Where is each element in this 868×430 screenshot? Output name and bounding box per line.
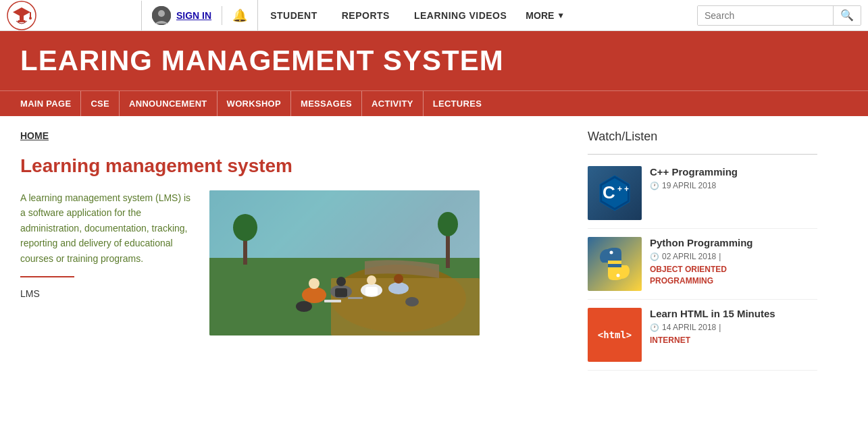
html-thumbnail: <html> <box>588 308 642 362</box>
campus-image <box>209 190 480 335</box>
sec-nav-workshop[interactable]: WORKSHOP <box>218 91 291 117</box>
svg-rect-20 <box>365 287 378 296</box>
divider-line <box>20 276 74 277</box>
logo-icon <box>7 1 36 30</box>
clock-icon-python: 🕐 <box>650 252 659 261</box>
html-badge: <html> <box>598 329 632 340</box>
page-heading: Learning management system <box>20 155 574 177</box>
breadcrumb: HOME <box>20 130 574 142</box>
sign-in-link[interactable]: SIGN IN <box>176 10 211 21</box>
sign-in-area: SIGN IN <box>142 6 222 25</box>
svg-rect-14 <box>307 290 321 300</box>
sec-nav-announcement[interactable]: ANNOUNCEMENT <box>120 91 218 117</box>
chevron-down-icon: ▼ <box>557 11 565 20</box>
svg-rect-24 <box>324 300 341 302</box>
content-body: A learning management system (LMS) is a … <box>20 190 574 335</box>
main-nav-links: STUDENT REPORTS LEARNING VIDEOS MORE ▼ <box>258 0 697 31</box>
nav-student[interactable]: STUDENT <box>258 0 330 31</box>
bell-area[interactable]: 🔔 <box>222 0 258 30</box>
content-area: HOME Learning management system A learni… <box>0 116 868 384</box>
description-text: A learning management system (LMS) is a … <box>20 190 196 266</box>
sec-nav-lectures[interactable]: LECTURES <box>424 91 491 117</box>
search-input[interactable] <box>698 6 833 25</box>
secondary-navigation: MAIN PAGE CSE ANNOUNCEMENT WORKSHOP MESS… <box>0 90 868 116</box>
cpp-title: C++ Programming <box>650 166 817 178</box>
clock-icon-cpp: 🕐 <box>650 182 659 190</box>
svg-point-19 <box>367 275 376 285</box>
svg-point-38 <box>610 251 613 254</box>
svg-point-31 <box>405 297 419 306</box>
logo-area <box>7 1 142 30</box>
sec-nav-cse[interactable]: CSE <box>81 91 120 117</box>
watch-listen-title: Watch/Listen <box>588 130 817 144</box>
svg-text:C: C <box>603 182 615 203</box>
svg-point-13 <box>309 278 320 289</box>
sidebar-divider <box>588 154 817 155</box>
svg-rect-25 <box>348 297 363 299</box>
html-date: 🕐 14 APRIL 2018 | <box>650 323 817 332</box>
top-navigation: SIGN IN 🔔 STUDENT REPORTS LEARNING VIDEO… <box>0 0 868 31</box>
cpp-thumbnail: C + + <box>588 166 642 220</box>
search-area: 🔍 <box>697 5 861 26</box>
python-info: Python Programming 🕐 02 APRIL 2018 | OBJ… <box>650 237 817 287</box>
python-date: 🕐 02 APRIL 2018 | <box>650 252 817 261</box>
svg-point-16 <box>336 277 346 286</box>
sec-nav-activity[interactable]: ACTIVITY <box>362 91 424 117</box>
html-title: Learn HTML in 15 Minutes <box>650 308 817 319</box>
sidebar: Watch/Listen C + + C++ Programming <box>588 130 817 371</box>
search-icon: 🔍 <box>840 9 854 22</box>
bell-icon: 🔔 <box>232 8 247 23</box>
svg-text:+: + <box>617 184 622 194</box>
svg-text:+: + <box>624 184 629 194</box>
cpp-info: C++ Programming 🕐 19 APRIL 2018 <box>650 166 817 193</box>
svg-point-27 <box>233 214 257 241</box>
cpp-date: 🕐 19 APRIL 2018 <box>650 181 817 190</box>
svg-point-39 <box>617 274 620 277</box>
campus-photo <box>209 190 480 335</box>
svg-point-29 <box>438 212 458 236</box>
html-tag[interactable]: INTERNET <box>650 335 817 346</box>
video-item-html: <html> Learn HTML in 15 Minutes 🕐 14 APR… <box>588 300 817 371</box>
svg-rect-41 <box>608 261 621 264</box>
sec-nav-messages[interactable]: MESSAGES <box>291 91 362 117</box>
svg-rect-2 <box>20 16 24 21</box>
python-thumbnail <box>588 237 642 291</box>
svg-point-7 <box>158 10 165 17</box>
svg-point-22 <box>394 274 403 284</box>
breadcrumb-home[interactable]: HOME <box>20 130 49 141</box>
more-label: MORE <box>526 10 554 21</box>
html-info: Learn HTML in 15 Minutes 🕐 14 APRIL 2018… <box>650 308 817 346</box>
avatar-icon <box>152 6 171 25</box>
more-menu[interactable]: MORE ▼ <box>519 0 571 31</box>
svg-point-5 <box>29 17 32 20</box>
lms-label: LMS <box>20 288 40 299</box>
python-title: Python Programming <box>650 237 817 248</box>
hero-banner: LEARING MANAGEMENT SYSTEM <box>0 31 868 90</box>
hero-title: LEARING MANAGEMENT SYSTEM <box>20 45 848 77</box>
search-button[interactable]: 🔍 <box>833 6 861 25</box>
text-section: A learning management system (LMS) is a … <box>20 190 196 335</box>
main-content: HOME Learning management system A learni… <box>20 130 574 371</box>
video-item-python: Python Programming 🕐 02 APRIL 2018 | OBJ… <box>588 229 817 300</box>
video-item-cpp: C + + C++ Programming 🕐 19 APRIL 2018 <box>588 158 817 229</box>
nav-reports[interactable]: REPORTS <box>330 0 402 31</box>
python-tag[interactable]: OBJECT ORIENTEDPROGRAMMING <box>650 264 817 287</box>
svg-rect-23 <box>392 285 404 293</box>
svg-rect-17 <box>335 288 347 297</box>
clock-icon-html: 🕐 <box>650 323 659 332</box>
sec-nav-main-page[interactable]: MAIN PAGE <box>20 91 81 117</box>
nav-learning-videos[interactable]: LEARNING VIDEOS <box>402 0 519 31</box>
svg-point-30 <box>296 301 312 312</box>
svg-rect-3 <box>18 20 26 22</box>
